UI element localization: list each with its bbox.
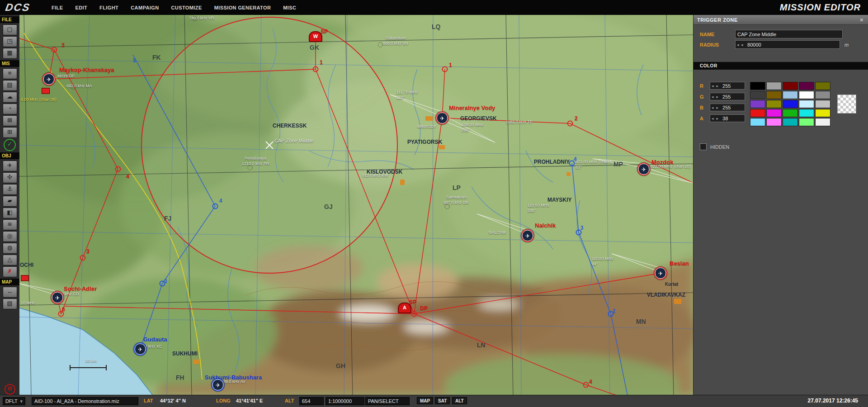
trigger-zone-button[interactable]: ◎ <box>3 231 17 242</box>
palette-swatch-3[interactable] <box>799 82 814 90</box>
airport-icon[interactable]: ✈ <box>655 268 666 279</box>
menu-mission-generator[interactable]: MISSION GENERATOR <box>214 5 271 10</box>
draw-shapes-button[interactable]: △ <box>3 255 17 265</box>
waypoint-icon[interactable] <box>160 281 165 287</box>
palette-swatch-21[interactable] <box>766 118 782 126</box>
palette-swatch-5[interactable] <box>750 91 765 99</box>
menu-flight[interactable]: FLIGHT <box>99 5 118 10</box>
validate-mission-button[interactable]: ✓ <box>4 139 16 151</box>
channel-g-stepper[interactable]: 255 <box>710 93 745 100</box>
channel-b-stepper[interactable]: 255 <box>710 104 745 111</box>
group-marker-icon[interactable]: W <box>309 31 322 42</box>
map-restriction-button[interactable]: ⊘ <box>5 384 15 395</box>
palette-swatch-0[interactable] <box>750 82 765 90</box>
sat-view-button[interactable]: SAT <box>435 397 450 404</box>
palette-swatch-23[interactable] <box>799 118 814 126</box>
waypoint-icon[interactable] <box>411 311 417 317</box>
template-button[interactable]: ≋ <box>3 219 17 230</box>
save-mission-button[interactable]: ▦ <box>3 48 17 59</box>
map-scale[interactable]: 1:1000000 <box>326 397 364 405</box>
airport-icon[interactable]: ✈ <box>638 164 650 175</box>
channel-r-increment-icon[interactable] <box>715 84 720 88</box>
palette-swatch-2[interactable] <box>783 82 798 90</box>
palette-swatch-22[interactable] <box>783 118 798 126</box>
airport-icon[interactable]: ✈ <box>135 344 146 355</box>
delete-object-button[interactable]: ✗ <box>3 266 17 277</box>
channel-a-decrement-icon[interactable] <box>710 116 715 121</box>
channel-b-increment-icon[interactable] <box>715 105 720 110</box>
unit-group-button[interactable]: ◍ <box>3 243 17 254</box>
close-icon[interactable] <box>859 17 864 23</box>
open-mission-button[interactable]: ◳ <box>3 36 17 47</box>
palette-swatch-17[interactable] <box>783 109 798 117</box>
ground-unit-icon[interactable] <box>21 275 29 281</box>
palette-swatch-4[interactable] <box>815 82 830 90</box>
ground-vehicle-button[interactable]: ▰ <box>3 196 17 207</box>
ground-unit-icon[interactable] <box>42 88 50 94</box>
airport-icon[interactable]: ✈ <box>522 230 533 241</box>
mission-options-button[interactable]: ▤ <box>3 80 17 91</box>
zone-name-input[interactable] <box>735 30 843 38</box>
palette-swatch-1[interactable] <box>766 82 782 90</box>
channel-g-decrement-icon[interactable] <box>710 95 715 99</box>
waypoint-icon[interactable] <box>58 311 64 317</box>
waypoint-icon[interactable] <box>569 161 575 166</box>
time-date-button[interactable]: ◔ <box>3 104 17 114</box>
waypoint-icon[interactable] <box>442 66 448 72</box>
transparent-swatch[interactable] <box>837 95 856 114</box>
menu-file[interactable]: FILE <box>52 5 63 10</box>
channel-b-decrement-icon[interactable] <box>710 105 715 110</box>
waypoint-icon[interactable] <box>313 66 319 72</box>
palette-swatch-15[interactable] <box>750 109 765 117</box>
radius-decrement-icon[interactable] <box>736 43 741 47</box>
cursor-mode[interactable]: PAN/SELECT <box>365 397 410 405</box>
airport-icon[interactable]: ✈ <box>437 113 448 124</box>
palette-swatch-10[interactable] <box>750 100 765 108</box>
map-options-button[interactable]: ▧ <box>3 298 17 309</box>
group-marker-icon[interactable]: A <box>398 303 411 313</box>
channel-r-decrement-icon[interactable] <box>710 84 715 88</box>
payload-button[interactable]: ⊞ <box>3 127 17 138</box>
helicopter-button[interactable]: ✣ <box>3 172 17 183</box>
airport-icon[interactable]: ✈ <box>43 74 55 85</box>
palette-swatch-12[interactable] <box>783 100 798 108</box>
map-canvas[interactable]: Maykop-KhanskayaMineralnye VodyNalchikMo… <box>19 15 693 395</box>
menu-campaign[interactable]: CAMPAIGN <box>131 5 159 10</box>
channel-a-increment-icon[interactable] <box>715 116 720 121</box>
waypoint-icon[interactable] <box>608 311 614 317</box>
palette-swatch-24[interactable] <box>815 118 830 126</box>
aircraft-button[interactable]: ✈ <box>3 161 17 171</box>
palette-swatch-16[interactable] <box>766 109 782 117</box>
airport-icon[interactable]: ✈ <box>52 292 63 303</box>
palette-swatch-13[interactable] <box>799 100 814 108</box>
palette-swatch-9[interactable] <box>815 91 830 99</box>
palette-swatch-20[interactable] <box>750 118 765 126</box>
alt-view-button[interactable]: ALT <box>452 397 467 404</box>
radius-stepper[interactable]: 80000 <box>735 40 840 49</box>
channel-a-stepper[interactable]: 38 <box>710 114 745 122</box>
waypoint-icon[interactable] <box>567 121 573 127</box>
layer-dropdown[interactable]: DFLT <box>3 397 25 405</box>
palette-swatch-18[interactable] <box>799 109 814 117</box>
palette-swatch-14[interactable] <box>815 100 830 108</box>
menu-edit[interactable]: EDIT <box>75 5 87 10</box>
static-object-button[interactable]: ◧ <box>3 208 17 218</box>
menu-misc[interactable]: MISC <box>283 5 296 10</box>
briefing-button[interactable]: ≡ <box>3 68 17 79</box>
failures-button[interactable]: ⊠ <box>3 115 17 126</box>
new-mission-button[interactable]: ▢ <box>3 24 17 35</box>
measure-distance-button[interactable]: ↔ <box>3 287 17 298</box>
waypoint-icon[interactable] <box>80 255 86 261</box>
ship-button[interactable]: ⚓ <box>3 184 17 195</box>
palette-swatch-11[interactable] <box>766 100 782 108</box>
palette-swatch-19[interactable] <box>815 109 830 117</box>
waypoint-icon[interactable] <box>115 166 121 172</box>
airport-icon[interactable]: ✈ <box>212 379 224 391</box>
weather-button[interactable]: ☁ <box>3 92 17 103</box>
palette-swatch-6[interactable] <box>766 91 782 99</box>
menu-customize[interactable]: CUSTOMIZE <box>171 5 202 10</box>
waypoint-icon[interactable] <box>52 47 57 53</box>
waypoint-icon[interactable] <box>583 382 589 388</box>
palette-swatch-8[interactable] <box>799 91 814 99</box>
map-view-button[interactable]: MAP <box>417 397 433 404</box>
